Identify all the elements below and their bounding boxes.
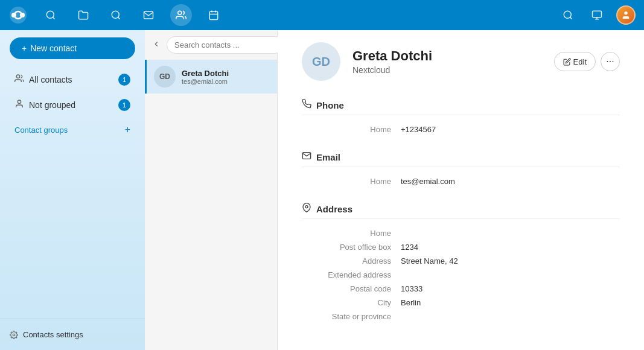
- svg-point-4: [46, 11, 54, 18]
- edit-icon: [563, 58, 571, 66]
- address-street-label: Address: [316, 256, 401, 266]
- all-contacts-label: All contacts: [29, 75, 118, 84]
- address-field-street: Address Street Name, 42: [316, 254, 620, 268]
- address-field-home: Home: [316, 226, 620, 240]
- gear-icon: [10, 331, 18, 339]
- address-field-state: State or province: [316, 310, 620, 323]
- more-options-button[interactable]: ···: [601, 52, 620, 71]
- email-field-row: Home tes@emial.com: [316, 174, 620, 188]
- address-section-title: Address: [316, 204, 352, 214]
- phone-section: Phone Home +1234567: [302, 99, 620, 136]
- home-icon[interactable]: [40, 4, 62, 26]
- user-avatar[interactable]: [615, 4, 637, 26]
- address-pobox-label: Post office box: [316, 243, 401, 252]
- not-grouped-icon: [14, 99, 24, 111]
- account-switcher-icon[interactable]: [586, 4, 608, 26]
- address-extended-label: Extended address: [316, 270, 401, 279]
- svg-point-19: [16, 75, 19, 78]
- address-state-label: State or province: [316, 312, 401, 321]
- address-field-postal: Postal code 10333: [316, 282, 620, 296]
- address-postal-label: Postal code: [316, 284, 401, 293]
- nc-logo-icon[interactable]: [7, 4, 29, 26]
- contact-info-small: Greta Dotchi tes@emial.com: [182, 69, 229, 85]
- svg-point-22: [305, 206, 308, 208]
- address-section-header: Address: [302, 203, 620, 219]
- search-icon[interactable]: [105, 4, 127, 26]
- ellipsis-icon: ···: [606, 56, 614, 67]
- svg-point-6: [112, 11, 119, 18]
- sidebar-list: All contacts 1 Not grouped 1 Contact gro…: [0, 66, 145, 319]
- address-field-pobox: Post office box 1234: [316, 240, 620, 254]
- svg-rect-9: [209, 11, 218, 20]
- svg-point-20: [18, 100, 21, 103]
- address-field-city: City Berlin: [316, 296, 620, 310]
- address-postal-value: 10333: [401, 284, 422, 293]
- contact-list-name: Greta Dotchi: [182, 69, 229, 78]
- contacts-icon[interactable]: [170, 4, 192, 26]
- svg-point-21: [13, 334, 15, 336]
- address-city-label: City: [316, 298, 401, 307]
- address-field-extended: Extended address: [316, 268, 620, 282]
- calendar-icon[interactable]: [203, 4, 225, 26]
- not-grouped-count: 1: [118, 99, 130, 111]
- detail-actions: Edit ···: [554, 52, 620, 71]
- email-section-title: Email: [316, 152, 340, 162]
- address-pobox-value: 1234: [401, 243, 418, 252]
- search-bar-row: [145, 30, 277, 60]
- location-icon: [302, 203, 311, 215]
- svg-rect-15: [593, 11, 602, 18]
- sidebar-item-all-contacts[interactable]: All contacts 1: [5, 68, 140, 92]
- detail-name: Greta Dotchi: [352, 48, 554, 64]
- contact-list-panel: GD Greta Dotchi tes@emial.com: [145, 30, 278, 350]
- contact-groups-label: Contact groups: [14, 126, 68, 135]
- address-home-label: Home: [316, 229, 401, 238]
- activity-icon[interactable]: [138, 4, 159, 26]
- not-grouped-label: Not grouped: [29, 100, 118, 110]
- contact-list-email: tes@emial.com: [182, 78, 229, 85]
- phone-section-header: Phone: [302, 99, 620, 115]
- contact-list-item[interactable]: GD Greta Dotchi tes@emial.com: [145, 60, 277, 94]
- sidebar-item-not-grouped[interactable]: Not grouped 1: [5, 93, 140, 117]
- email-section-header: Email: [302, 151, 620, 167]
- phone-field-row: Home +1234567: [316, 122, 620, 136]
- svg-point-13: [564, 11, 571, 18]
- phone-value: +1234567: [401, 125, 436, 134]
- email-section: Email Home tes@emial.com: [302, 151, 620, 188]
- all-contacts-count: 1: [118, 74, 130, 86]
- email-value: tes@emial.com: [401, 177, 455, 186]
- nav-left: [7, 4, 225, 26]
- collapse-list-icon[interactable]: [150, 37, 163, 52]
- svg-line-7: [118, 17, 120, 19]
- contact-groups-header[interactable]: Contact groups +: [5, 118, 140, 141]
- phone-label: Home: [316, 125, 401, 134]
- new-contact-button[interactable]: + New contact: [10, 37, 135, 59]
- edit-button[interactable]: Edit: [554, 52, 596, 71]
- detail-avatar: GD: [302, 42, 340, 81]
- address-section: Address Home Post office box 1234 Addres…: [302, 203, 620, 323]
- sidebar-footer: Contacts settings: [0, 319, 145, 350]
- add-group-icon[interactable]: +: [125, 124, 130, 135]
- sidebar: + New contact All contacts 1 Not grouped…: [0, 30, 145, 350]
- address-city-value: Berlin: [401, 298, 421, 307]
- email-label: Home: [316, 177, 401, 186]
- detail-name-block: Greta Dotchi Nextcloud: [352, 48, 554, 75]
- detail-panel: GD Greta Dotchi Nextcloud Edit ···: [278, 30, 644, 350]
- all-contacts-icon: [14, 74, 24, 86]
- plus-icon: +: [22, 43, 27, 53]
- phone-icon: [302, 99, 311, 111]
- main-layout: + New contact All contacts 1 Not grouped…: [0, 30, 644, 350]
- svg-point-18: [624, 11, 627, 14]
- address-street-value: Street Name, 42: [401, 256, 458, 266]
- detail-header: GD Greta Dotchi Nextcloud Edit ···: [302, 42, 620, 81]
- phone-section-title: Phone: [316, 100, 344, 110]
- nav-right: [557, 4, 637, 26]
- contacts-settings-button[interactable]: Contacts settings: [10, 326, 135, 343]
- settings-label: Contacts settings: [23, 330, 83, 339]
- email-icon: [302, 151, 311, 163]
- search-global-icon[interactable]: [557, 4, 579, 26]
- search-input[interactable]: [167, 36, 284, 54]
- svg-line-14: [570, 17, 572, 19]
- svg-point-8: [178, 11, 182, 14]
- files-icon[interactable]: [72, 4, 94, 26]
- svg-line-5: [53, 17, 54, 19]
